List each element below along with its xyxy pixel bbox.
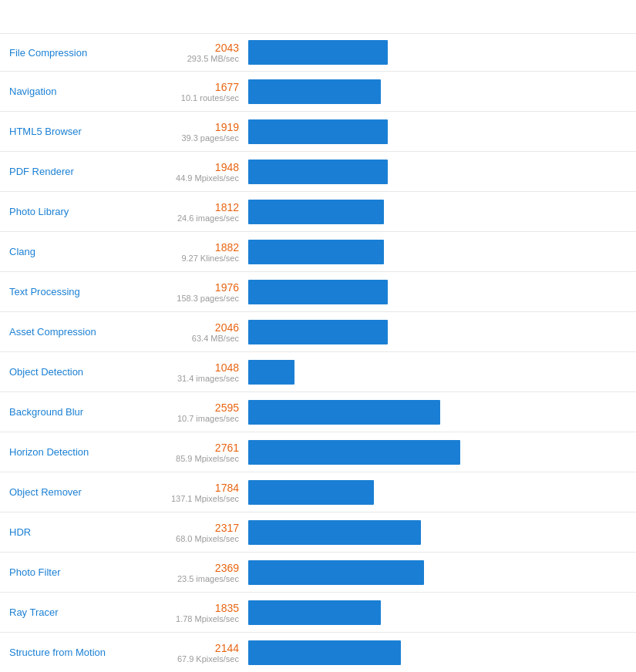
row-bar — [248, 360, 294, 385]
row-bar — [248, 320, 388, 344]
table-row: Text Processing 1976 158.3 pages/sec — [0, 272, 636, 312]
row-bar — [248, 600, 381, 625]
row-score-area: 2046 63.4 MB/sec — [140, 321, 248, 343]
row-bar-area — [248, 560, 627, 585]
row-score-unit: 44.9 Mpixels/sec — [140, 173, 239, 183]
rows-container: File Compression 2043 293.5 MB/sec Navig… — [0, 34, 636, 672]
row-score-area: 1948 44.9 Mpixels/sec — [140, 161, 248, 183]
row-score-value: 1948 — [140, 161, 239, 173]
row-bar — [248, 280, 388, 304]
row-score-area: 1048 31.4 images/sec — [140, 361, 248, 383]
row-name[interactable]: PDF Renderer — [9, 166, 140, 177]
row-bar — [248, 560, 424, 585]
header-row — [0, 0, 636, 34]
row-name[interactable]: HTML5 Browser — [9, 126, 140, 137]
row-bar-area — [248, 520, 627, 545]
row-name[interactable]: Photo Library — [9, 206, 140, 217]
row-bar-area — [248, 440, 627, 465]
row-bar-area — [248, 160, 627, 184]
row-score-unit: 67.9 Kpixels/sec — [140, 654, 239, 664]
row-bar — [248, 200, 384, 224]
row-bar — [248, 640, 401, 665]
row-name[interactable]: File Compression — [9, 47, 140, 59]
row-score-unit: 137.1 Mpixels/sec — [140, 494, 239, 503]
row-name[interactable]: Ray Tracer — [9, 606, 140, 618]
table-row: Ray Tracer 1835 1.78 Mpixels/sec — [0, 593, 636, 633]
row-bar — [248, 40, 388, 65]
row-score-unit: 63.4 MB/sec — [140, 334, 239, 343]
table-row: Asset Compression 2046 63.4 MB/sec — [0, 312, 636, 352]
row-score-unit: 39.3 pages/sec — [140, 133, 239, 143]
row-bar — [248, 79, 381, 104]
row-score-area: 1976 158.3 pages/sec — [140, 281, 248, 303]
table-row: PDF Renderer 1948 44.9 Mpixels/sec — [0, 152, 636, 192]
row-score-value: 2317 — [140, 522, 239, 534]
row-score-unit: 10.1 routes/sec — [140, 93, 239, 102]
row-score-area: 2144 67.9 Kpixels/sec — [140, 642, 248, 664]
row-score-area: 2043 293.5 MB/sec — [140, 42, 248, 63]
row-score-area: 1835 1.78 Mpixels/sec — [140, 602, 248, 623]
row-score-value: 2761 — [140, 442, 239, 454]
row-score-area: 2369 23.5 images/sec — [140, 562, 248, 583]
table-row: File Compression 2043 293.5 MB/sec — [0, 34, 636, 72]
row-name[interactable]: Text Processing — [9, 286, 140, 297]
row-name[interactable]: Object Detection — [9, 366, 140, 378]
row-score-area: 1677 10.1 routes/sec — [140, 81, 248, 102]
table-row: Structure from Motion 2144 67.9 Kpixels/… — [0, 633, 636, 672]
row-bar-area — [248, 320, 627, 344]
row-bar-area — [248, 40, 627, 65]
row-name[interactable]: Photo Filter — [9, 566, 140, 578]
table-row: Object Detection 1048 31.4 images/sec — [0, 352, 636, 392]
table-row: Photo Filter 2369 23.5 images/sec — [0, 553, 636, 593]
row-score-value: 2144 — [140, 642, 239, 654]
row-bar-area — [248, 480, 627, 505]
row-score-area: 1784 137.1 Mpixels/sec — [140, 482, 248, 503]
row-score-unit: 10.7 images/sec — [140, 414, 239, 423]
row-score-area: 2317 68.0 Mpixels/sec — [140, 522, 248, 543]
table-row: Object Remover 1784 137.1 Mpixels/sec — [0, 472, 636, 512]
row-score-unit: 9.27 Klines/sec — [140, 254, 239, 263]
row-bar — [248, 160, 388, 184]
row-score-value: 1976 — [140, 281, 239, 294]
table-row: Navigation 1677 10.1 routes/sec — [0, 72, 636, 112]
row-score-area: 2595 10.7 images/sec — [140, 402, 248, 423]
row-score-value: 1812 — [140, 201, 239, 213]
row-name[interactable]: Horizon Detection — [9, 446, 140, 458]
row-name[interactable]: Background Blur — [9, 406, 140, 418]
table-row: Photo Library 1812 24.6 images/sec — [0, 192, 636, 232]
row-bar-area — [248, 79, 627, 104]
row-score-area: 2761 85.9 Mpixels/sec — [140, 442, 248, 463]
table-row: Background Blur 2595 10.7 images/sec — [0, 392, 636, 432]
row-score-unit: 158.3 pages/sec — [140, 294, 239, 303]
row-score-area: 1919 39.3 pages/sec — [140, 121, 248, 143]
row-name[interactable]: Object Remover — [9, 486, 140, 498]
row-name[interactable]: HDR — [9, 526, 140, 538]
benchmark-container: File Compression 2043 293.5 MB/sec Navig… — [0, 0, 636, 672]
row-score-value: 1784 — [140, 482, 239, 494]
row-name[interactable]: Navigation — [9, 86, 140, 97]
row-score-unit: 24.6 images/sec — [140, 213, 239, 223]
row-score-unit: 23.5 images/sec — [140, 574, 239, 583]
row-score-unit: 293.5 MB/sec — [140, 54, 239, 63]
row-score-value: 1677 — [140, 81, 239, 93]
row-name[interactable]: Structure from Motion — [9, 647, 140, 658]
row-score-unit: 85.9 Mpixels/sec — [140, 454, 239, 463]
table-row: HTML5 Browser 1919 39.3 pages/sec — [0, 112, 636, 152]
row-score-value: 2595 — [140, 402, 239, 414]
row-bar — [248, 400, 440, 425]
row-bar-area — [248, 200, 627, 224]
row-bar — [248, 520, 421, 545]
row-bar-area — [248, 400, 627, 425]
row-score-value: 2369 — [140, 562, 239, 574]
row-score-area: 1882 9.27 Klines/sec — [140, 241, 248, 263]
row-bar-area — [248, 119, 627, 144]
row-bar-area — [248, 280, 627, 304]
row-score-value: 1835 — [140, 602, 239, 614]
row-score-unit: 68.0 Mpixels/sec — [140, 534, 239, 543]
row-bar — [248, 480, 374, 505]
table-row: HDR 2317 68.0 Mpixels/sec — [0, 512, 636, 553]
table-row: Clang 1882 9.27 Klines/sec — [0, 232, 636, 272]
row-name[interactable]: Asset Compression — [9, 326, 140, 338]
row-name[interactable]: Clang — [9, 246, 140, 257]
row-score-value: 2046 — [140, 321, 239, 334]
